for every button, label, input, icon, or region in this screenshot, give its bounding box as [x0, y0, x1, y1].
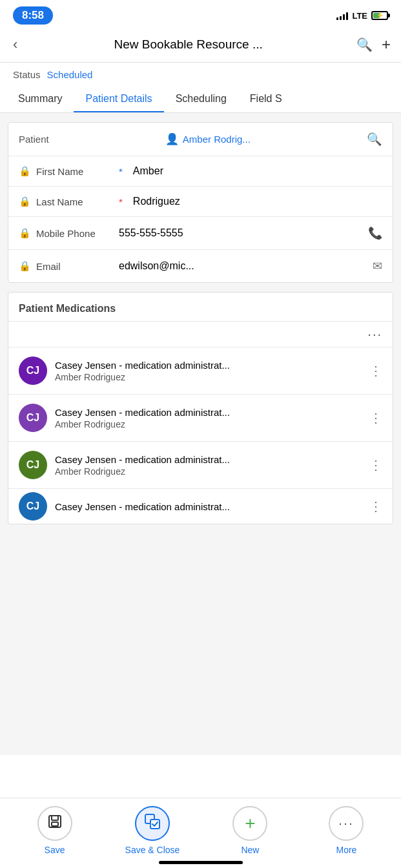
mobile-phone-row: 🔒 Mobile Phone 555-555-5555 📞: [8, 216, 393, 249]
home-indicator: [159, 861, 243, 864]
medication-info-2: Casey Jensen - medication administrat...…: [55, 407, 362, 429]
medication-patient-1: Amber Rodriguez: [55, 372, 362, 382]
tab-bar: Summary Patient Details Scheduling Field…: [0, 85, 401, 113]
lock-icon-email: 🔒: [19, 260, 31, 272]
medication-patient-2: Amber Rodriguez: [55, 419, 362, 429]
last-name-value[interactable]: Rodriguez: [133, 196, 382, 207]
header-actions: 🔍 +: [356, 36, 391, 54]
header-nav: ‹ New Bookable Resource ... 🔍 +: [0, 28, 401, 63]
medication-name-4: Casey Jensen - medication administrat...: [55, 501, 362, 512]
avatar-initials-2: CJ: [26, 412, 39, 424]
medication-info-3: Casey Jensen - medication administrat...…: [55, 454, 362, 477]
mobile-phone-value[interactable]: 555-555-5555: [119, 227, 363, 239]
medication-item[interactable]: CJ Casey Jensen - medication administrat…: [8, 394, 393, 441]
tab-summary[interactable]: Summary: [6, 85, 74, 112]
save-close-button[interactable]: Save & Close: [125, 806, 180, 855]
medications-title: Patient Medications: [19, 303, 116, 314]
email-send-icon[interactable]: ✉: [373, 259, 382, 273]
save-label: Save: [45, 845, 65, 855]
medications-card: Patient Medications ··· CJ Casey Jensen …: [8, 292, 393, 524]
avatar-cj-1: CJ: [19, 356, 47, 385]
lock-icon-phone: 🔒: [19, 227, 31, 239]
more-icon-wrap: ···: [329, 806, 364, 841]
avatar-initials-1: CJ: [26, 365, 39, 377]
avatar-initials-3: CJ: [26, 459, 39, 471]
status-bar: 8:58 LTE ⚡: [0, 0, 401, 28]
status-field-value[interactable]: Scheduled: [47, 69, 93, 80]
patient-search-icon[interactable]: 🔍: [367, 132, 382, 147]
patient-header: Patient 👤 Amber Rodrig... 🔍: [8, 123, 393, 156]
medication-item-partial[interactable]: CJ Casey Jensen - medication administrat…: [8, 488, 393, 524]
more-button[interactable]: ··· More: [320, 806, 372, 855]
main-content: Patient 👤 Amber Rodrig... 🔍 🔒 First Name…: [0, 113, 401, 755]
medication-name-1: Casey Jensen - medication administrat...: [55, 360, 362, 371]
mobile-phone-label: Mobile Phone: [36, 228, 114, 239]
first-name-label: First Name: [36, 166, 114, 177]
first-name-value[interactable]: Amber: [133, 165, 382, 177]
lte-label: LTE: [352, 11, 367, 21]
new-icon-wrap: +: [232, 806, 267, 841]
back-button[interactable]: ‹: [10, 34, 20, 56]
item-more-icon-4[interactable]: ⋮: [369, 499, 382, 514]
more-label: More: [336, 845, 356, 855]
email-row: 🔒 Email edwilson@mic... ✉: [8, 249, 393, 282]
medications-header: Patient Medications: [8, 293, 393, 321]
medication-patient-3: Amber Rodriguez: [55, 466, 362, 477]
tab-field-s[interactable]: Field S: [238, 85, 294, 112]
tab-scheduling[interactable]: Scheduling: [164, 85, 238, 112]
save-close-icon: [144, 813, 161, 834]
first-name-row: 🔒 First Name * Amber: [8, 156, 393, 186]
medications-more-dots[interactable]: ···: [367, 327, 382, 342]
patient-link[interactable]: 👤 Amber Rodrig...: [165, 132, 251, 146]
last-name-row: 🔒 Last Name * Rodriguez: [8, 186, 393, 216]
lock-icon-firstname: 🔒: [19, 165, 31, 177]
item-more-icon-1[interactable]: ⋮: [369, 363, 382, 378]
lock-icon-lastname: 🔒: [19, 196, 31, 207]
new-icon: +: [245, 814, 255, 832]
add-button[interactable]: +: [382, 36, 391, 54]
phone-call-icon[interactable]: 📞: [368, 226, 382, 240]
bottom-toolbar: Save Save & Close + New ··· More: [0, 798, 401, 868]
page-title: New Bookable Resource ...: [26, 37, 350, 52]
save-button[interactable]: Save: [29, 806, 81, 855]
search-button[interactable]: 🔍: [356, 37, 373, 52]
status-time: 8:58: [13, 6, 53, 25]
avatar-initials-4: CJ: [26, 501, 39, 512]
avatar-cj-3: CJ: [19, 451, 47, 479]
svg-rect-2: [52, 822, 58, 826]
last-name-label: Last Name: [36, 196, 114, 207]
save-close-icon-wrap: [135, 806, 170, 841]
medication-info-4: Casey Jensen - medication administrat...: [55, 501, 362, 512]
item-more-icon-2[interactable]: ⋮: [369, 410, 382, 426]
patient-field-label: Patient: [19, 134, 49, 145]
status-icons: LTE ⚡: [336, 11, 388, 21]
patient-name: Amber Rodrig...: [183, 134, 251, 145]
email-value[interactable]: edwilson@mic...: [119, 260, 367, 272]
patient-link-icon: 👤: [165, 132, 179, 146]
medication-item[interactable]: CJ Casey Jensen - medication administrat…: [8, 441, 393, 488]
medications-more-options-row: ···: [8, 321, 393, 347]
last-name-required: *: [119, 196, 123, 207]
medication-name-3: Casey Jensen - medication administrat...: [55, 454, 362, 465]
svg-rect-1: [52, 816, 58, 820]
new-button[interactable]: + New: [224, 806, 276, 855]
save-icon-wrap: [37, 806, 72, 841]
avatar-cj-2: CJ: [19, 404, 47, 432]
status-field-label: Status: [13, 69, 41, 80]
medication-name-2: Casey Jensen - medication administrat...: [55, 407, 362, 418]
email-label: Email: [36, 261, 114, 272]
signal-bars-icon: [336, 11, 348, 20]
save-close-label: Save & Close: [125, 845, 180, 855]
battery-icon: ⚡: [371, 11, 388, 20]
patient-card: Patient 👤 Amber Rodrig... 🔍 🔒 First Name…: [8, 122, 393, 283]
tab-patient-details[interactable]: Patient Details: [74, 85, 163, 112]
medication-item[interactable]: CJ Casey Jensen - medication administrat…: [8, 347, 393, 394]
first-name-required: *: [119, 166, 123, 177]
medication-info-1: Casey Jensen - medication administrat...…: [55, 360, 362, 382]
new-label: New: [241, 845, 259, 855]
status-line: Status Scheduled: [0, 63, 401, 85]
save-icon: [47, 814, 63, 833]
item-more-icon-3[interactable]: ⋮: [369, 457, 382, 473]
more-icon: ···: [338, 817, 354, 831]
avatar-cj-4: CJ: [19, 492, 47, 521]
